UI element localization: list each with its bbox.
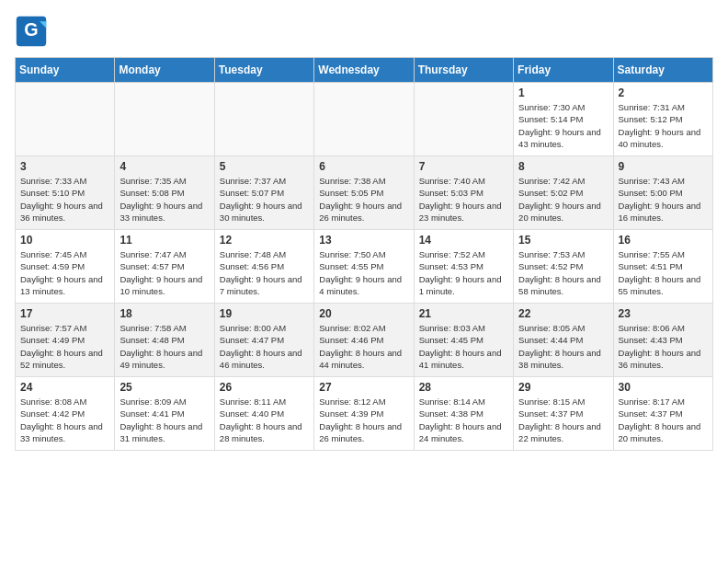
calendar-cell: 9Sunrise: 7:43 AM Sunset: 5:00 PM Daylig… bbox=[613, 156, 712, 230]
calendar-cell: 20Sunrise: 8:02 AM Sunset: 4:46 PM Dayli… bbox=[314, 304, 414, 377]
day-info: Sunrise: 7:50 AM Sunset: 4:55 PM Dayligh… bbox=[319, 248, 408, 297]
calendar-cell: 13Sunrise: 7:50 AM Sunset: 4:55 PM Dayli… bbox=[314, 230, 414, 304]
day-number: 28 bbox=[419, 381, 508, 394]
day-info: Sunrise: 8:00 AM Sunset: 4:47 PM Dayligh… bbox=[220, 322, 309, 371]
calendar-week-row: 1Sunrise: 7:30 AM Sunset: 5:14 PM Daylig… bbox=[16, 83, 713, 156]
day-number: 11 bbox=[119, 234, 209, 247]
day-number: 27 bbox=[319, 381, 408, 394]
calendar-cell: 27Sunrise: 8:12 AM Sunset: 4:39 PM Dayli… bbox=[314, 377, 414, 451]
calendar-cell: 6Sunrise: 7:38 AM Sunset: 5:05 PM Daylig… bbox=[314, 156, 414, 230]
day-number: 8 bbox=[518, 160, 608, 173]
day-number: 21 bbox=[419, 307, 508, 320]
day-number: 22 bbox=[518, 307, 608, 320]
calendar-cell: 29Sunrise: 8:15 AM Sunset: 4:37 PM Dayli… bbox=[514, 377, 613, 451]
day-info: Sunrise: 7:35 AM Sunset: 5:08 PM Dayligh… bbox=[119, 175, 209, 224]
calendar-cell: 30Sunrise: 8:17 AM Sunset: 4:37 PM Dayli… bbox=[613, 377, 712, 451]
calendar-cell: 23Sunrise: 8:06 AM Sunset: 4:43 PM Dayli… bbox=[613, 304, 712, 377]
calendar-cell: 3Sunrise: 7:33 AM Sunset: 5:10 PM Daylig… bbox=[16, 156, 115, 230]
day-number: 17 bbox=[20, 307, 109, 320]
day-number: 9 bbox=[619, 160, 708, 173]
day-number: 6 bbox=[319, 160, 408, 173]
calendar-cell: 24Sunrise: 8:08 AM Sunset: 4:42 PM Dayli… bbox=[16, 377, 115, 451]
logo: G bbox=[15, 15, 51, 48]
calendar-cell: 10Sunrise: 7:45 AM Sunset: 4:59 PM Dayli… bbox=[16, 230, 115, 304]
calendar-cell bbox=[414, 83, 513, 156]
calendar-cell: 14Sunrise: 7:52 AM Sunset: 4:53 PM Dayli… bbox=[414, 230, 513, 304]
day-number: 24 bbox=[20, 381, 109, 394]
weekday-header-cell: Sunday bbox=[16, 58, 115, 83]
weekday-header-cell: Friday bbox=[514, 58, 613, 83]
day-info: Sunrise: 7:47 AM Sunset: 4:57 PM Dayligh… bbox=[119, 248, 209, 297]
day-number: 10 bbox=[20, 234, 109, 247]
calendar-cell: 28Sunrise: 8:14 AM Sunset: 4:38 PM Dayli… bbox=[414, 377, 513, 451]
calendar-table: SundayMondayTuesdayWednesdayThursdayFrid… bbox=[15, 57, 713, 451]
calendar-week-row: 24Sunrise: 8:08 AM Sunset: 4:42 PM Dayli… bbox=[16, 377, 713, 451]
day-number: 7 bbox=[419, 160, 508, 173]
day-number: 29 bbox=[518, 381, 608, 394]
calendar-week-row: 17Sunrise: 7:57 AM Sunset: 4:49 PM Dayli… bbox=[16, 304, 713, 377]
day-info: Sunrise: 8:09 AM Sunset: 4:41 PM Dayligh… bbox=[119, 396, 209, 444]
day-info: Sunrise: 7:33 AM Sunset: 5:10 PM Dayligh… bbox=[20, 175, 109, 224]
day-info: Sunrise: 7:53 AM Sunset: 4:52 PM Dayligh… bbox=[518, 248, 608, 297]
day-info: Sunrise: 7:45 AM Sunset: 4:59 PM Dayligh… bbox=[20, 248, 109, 297]
day-info: Sunrise: 7:37 AM Sunset: 5:07 PM Dayligh… bbox=[220, 175, 309, 224]
day-number: 12 bbox=[220, 234, 309, 247]
day-number: 18 bbox=[119, 307, 209, 320]
day-number: 4 bbox=[119, 160, 209, 173]
day-number: 23 bbox=[619, 307, 708, 320]
day-info: Sunrise: 8:17 AM Sunset: 4:37 PM Dayligh… bbox=[619, 396, 708, 444]
page-header: G bbox=[15, 15, 713, 48]
weekday-header-cell: Tuesday bbox=[214, 58, 313, 83]
day-number: 13 bbox=[319, 234, 408, 247]
calendar-cell: 7Sunrise: 7:40 AM Sunset: 5:03 PM Daylig… bbox=[414, 156, 513, 230]
calendar-cell: 19Sunrise: 8:00 AM Sunset: 4:47 PM Dayli… bbox=[214, 304, 313, 377]
day-info: Sunrise: 7:40 AM Sunset: 5:03 PM Dayligh… bbox=[419, 175, 508, 224]
calendar-cell bbox=[16, 83, 115, 156]
day-info: Sunrise: 7:38 AM Sunset: 5:05 PM Dayligh… bbox=[319, 175, 408, 224]
day-info: Sunrise: 7:58 AM Sunset: 4:48 PM Dayligh… bbox=[119, 322, 209, 371]
calendar-week-row: 10Sunrise: 7:45 AM Sunset: 4:59 PM Dayli… bbox=[16, 230, 713, 304]
calendar-cell bbox=[314, 83, 414, 156]
day-number: 5 bbox=[220, 160, 309, 173]
day-info: Sunrise: 7:55 AM Sunset: 4:51 PM Dayligh… bbox=[619, 248, 708, 297]
calendar-cell: 16Sunrise: 7:55 AM Sunset: 4:51 PM Dayli… bbox=[613, 230, 712, 304]
day-number: 25 bbox=[119, 381, 209, 394]
calendar-cell: 22Sunrise: 8:05 AM Sunset: 4:44 PM Dayli… bbox=[514, 304, 613, 377]
calendar-cell: 12Sunrise: 7:48 AM Sunset: 4:56 PM Dayli… bbox=[214, 230, 313, 304]
day-info: Sunrise: 8:14 AM Sunset: 4:38 PM Dayligh… bbox=[419, 396, 508, 444]
weekday-header-cell: Thursday bbox=[414, 58, 513, 83]
calendar-body: 1Sunrise: 7:30 AM Sunset: 5:14 PM Daylig… bbox=[16, 83, 713, 451]
day-info: Sunrise: 8:05 AM Sunset: 4:44 PM Dayligh… bbox=[518, 322, 608, 371]
calendar-cell: 5Sunrise: 7:37 AM Sunset: 5:07 PM Daylig… bbox=[214, 156, 313, 230]
day-info: Sunrise: 8:12 AM Sunset: 4:39 PM Dayligh… bbox=[319, 396, 408, 444]
calendar-cell: 1Sunrise: 7:30 AM Sunset: 5:14 PM Daylig… bbox=[514, 83, 613, 156]
day-number: 16 bbox=[619, 234, 708, 247]
calendar-cell: 4Sunrise: 7:35 AM Sunset: 5:08 PM Daylig… bbox=[115, 156, 214, 230]
logo-icon: G bbox=[15, 15, 48, 48]
day-info: Sunrise: 7:48 AM Sunset: 4:56 PM Dayligh… bbox=[220, 248, 309, 297]
day-info: Sunrise: 7:31 AM Sunset: 5:12 PM Dayligh… bbox=[619, 101, 708, 150]
weekday-header-cell: Monday bbox=[115, 58, 214, 83]
day-number: 20 bbox=[319, 307, 408, 320]
day-number: 1 bbox=[518, 86, 608, 99]
calendar-cell: 11Sunrise: 7:47 AM Sunset: 4:57 PM Dayli… bbox=[115, 230, 214, 304]
calendar-cell: 8Sunrise: 7:42 AM Sunset: 5:02 PM Daylig… bbox=[514, 156, 613, 230]
day-number: 15 bbox=[518, 234, 608, 247]
calendar-cell: 18Sunrise: 7:58 AM Sunset: 4:48 PM Dayli… bbox=[115, 304, 214, 377]
calendar-cell: 26Sunrise: 8:11 AM Sunset: 4:40 PM Dayli… bbox=[214, 377, 313, 451]
day-info: Sunrise: 8:03 AM Sunset: 4:45 PM Dayligh… bbox=[419, 322, 508, 371]
calendar-cell: 2Sunrise: 7:31 AM Sunset: 5:12 PM Daylig… bbox=[613, 83, 712, 156]
calendar-cell: 21Sunrise: 8:03 AM Sunset: 4:45 PM Dayli… bbox=[414, 304, 513, 377]
day-number: 14 bbox=[419, 234, 508, 247]
svg-text:G: G bbox=[24, 19, 38, 40]
weekday-header-cell: Saturday bbox=[613, 58, 712, 83]
day-number: 26 bbox=[220, 381, 309, 394]
calendar-cell bbox=[115, 83, 214, 156]
calendar-cell: 25Sunrise: 8:09 AM Sunset: 4:41 PM Dayli… bbox=[115, 377, 214, 451]
day-info: Sunrise: 7:42 AM Sunset: 5:02 PM Dayligh… bbox=[518, 175, 608, 224]
day-number: 19 bbox=[220, 307, 309, 320]
day-number: 2 bbox=[619, 86, 708, 99]
day-info: Sunrise: 8:11 AM Sunset: 4:40 PM Dayligh… bbox=[220, 396, 309, 444]
day-info: Sunrise: 7:43 AM Sunset: 5:00 PM Dayligh… bbox=[619, 175, 708, 224]
calendar-cell: 17Sunrise: 7:57 AM Sunset: 4:49 PM Dayli… bbox=[16, 304, 115, 377]
